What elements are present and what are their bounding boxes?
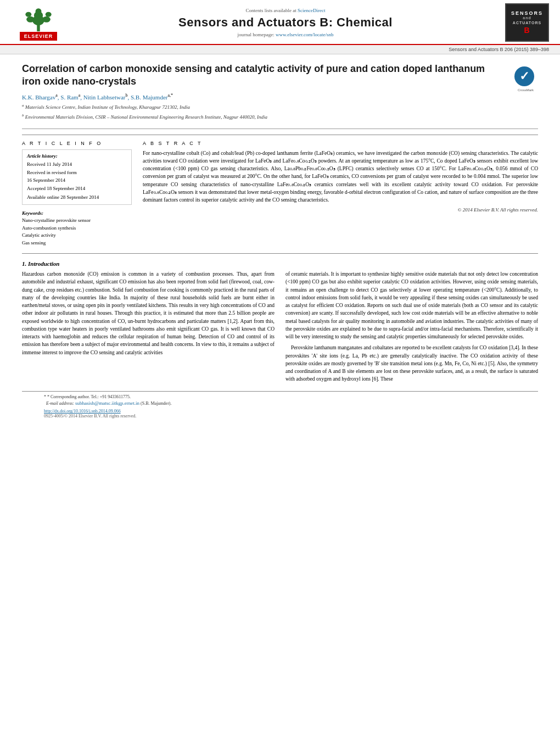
page: ELSEVIER Contents lists available at Sci… [0,0,560,742]
keyword-1: Nano-crystalline perovskite sensor [22,217,132,225]
sciencedirect-link[interactable]: ScienceDirect [298,8,325,13]
journal-header: ELSEVIER Contents lists available at Sci… [0,0,560,45]
authors: K.K. Bhargava, S. Rama, Nitin Labhsetwar… [22,93,513,101]
contents-link: Contents lists available at ScienceDirec… [77,8,494,13]
intro-col2-text: of ceramic materials. It is important to… [285,270,538,383]
keywords-title: Keywords: [22,210,132,216]
article-info-box: Article history: Received 11 July 2014 R… [22,149,132,205]
article-info-col: A R T I C L E I N F O Article history: R… [22,141,132,247]
journal-title: Sensors and Actuators B: Chemical [77,15,494,30]
article-content: Correlation of carbon monoxide sensing a… [0,54,560,427]
abstract-paragraph: For nano-crystalline cobalt (Co) and cob… [143,149,538,204]
email-link[interactable]: subhasish@matsc.iitkgp.ernet.in [75,400,139,406]
svg-text:✓: ✓ [519,69,529,83]
body-col-left: Hazardous carbon monoxide (CO) emission … [22,270,275,387]
keyword-4: Gas sensing [22,239,132,247]
title-authors-block: Correlation of carbon monoxide sensing a… [22,63,513,123]
abstract-header: A B S T R A C T [143,141,538,146]
affiliation-a: a Materials Science Centre, Indian Insti… [22,103,513,111]
elsevier-wordmark: ELSEVIER [20,32,58,41]
abstract-copyright: © 2014 Elsevier B.V. All rights reserved… [143,207,538,213]
svg-point-7 [46,12,52,17]
abstract-text: For nano-crystalline cobalt (Co) and cob… [143,149,538,204]
affiliation-b: b Environmental Materials Division, CSIR… [22,113,513,121]
elsevier-label: ELSEVIER [24,34,53,39]
crossmark-logo: ✓ CrossMark [513,65,538,92]
citation-bar: Sensors and Actuators B 206 (2015) 389–3… [0,45,560,54]
keyword-2: Auto-combustion synthesis [22,225,132,232]
journal-homepage: journal homepage: www.elsevier.com/locat… [77,32,494,37]
homepage-link[interactable]: www.elsevier.com/locate/snb [276,32,333,37]
sensors-label: SENSORS [511,10,543,16]
keywords-section: Keywords: Nano-crystalline perovskite se… [22,210,132,247]
received-date: Received 11 July 2014 [27,161,127,169]
received-revised-date: 16 September 2014 [27,177,127,185]
keyword-3: Catalytic activity [22,232,132,239]
intro-col2-p1: of ceramic materials. It is important to… [285,270,538,341]
available-date: Available online 28 September 2014 [27,194,127,202]
email-note: E-mail address: subhasish@matsc.iitkgp.e… [44,400,516,407]
received-revised-label: Received in revised form [27,169,127,177]
article-info-abstract: A R T I C L E I N F O Article history: R… [22,135,538,247]
svg-rect-0 [37,24,40,31]
svg-point-5 [42,16,51,23]
body-two-col: Hazardous carbon monoxide (CO) emission … [22,270,538,387]
elsevier-tree-svg [16,4,60,32]
svg-point-6 [25,12,31,17]
history-title: Article history: [27,153,127,159]
elsevier-logo: ELSEVIER [11,4,66,41]
corresponding-note: * * Corresponding author. Tel.: +91 9433… [44,394,516,400]
doi-line: http://dx.doi.org/10.1016/j.snb.2014.09.… [44,409,516,414]
body-col-right: of ceramic materials. It is important to… [285,270,538,387]
accepted-date: Accepted 18 September 2014 [27,185,127,193]
page-footer: * * Corresponding author. Tel.: +91 9433… [22,391,538,419]
svg-point-3 [36,8,42,14]
article-info-header: A R T I C L E I N F O [22,141,132,146]
b-label: B [524,26,530,35]
section-divider [22,253,538,254]
intro-section: 1. Introduction Hazardous carbon monoxid… [22,260,538,387]
issn-line: 0925-4005/© 2014 Elsevier B.V. All right… [44,414,516,419]
article-title-section: Correlation of carbon monoxide sensing a… [22,63,538,129]
crossmark-svg: ✓ [513,65,535,87]
intro-p1: Hazardous carbon monoxide (CO) emission … [22,270,275,356]
actuators-label: AcTuators [513,21,541,25]
intro-col1-text: Hazardous carbon monoxide (CO) emission … [22,270,275,356]
journal-center: Contents lists available at ScienceDirec… [66,8,505,37]
article-title: Correlation of carbon monoxide sensing a… [22,63,502,88]
svg-point-4 [26,16,35,23]
citation-text: Sensors and Actuators B 206 (2015) 389–3… [449,47,549,52]
intro-col2-p2: Perovskite lanthanum manganates and coba… [285,344,538,383]
and-label: and [523,16,531,20]
sensors-actuators-logo: SENSORS and AcTuators B [505,3,549,42]
doi-link[interactable]: http://dx.doi.org/10.1016/j.snb.2014.09.… [44,409,121,414]
intro-title: 1. Introduction [22,260,538,267]
abstract-col: A B S T R A C T For nano-crystalline cob… [143,141,538,247]
